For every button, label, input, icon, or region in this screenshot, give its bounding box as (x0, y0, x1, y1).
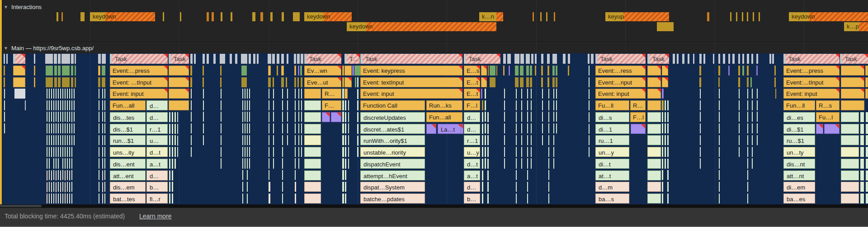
flame-bar[interactable] (241, 66, 247, 76)
flame-bar[interactable] (25, 100, 26, 110)
flame-bar[interactable] (552, 54, 557, 64)
flame-bar-attent[interactable]: att…ent (110, 170, 146, 180)
flame-bar[interactable] (98, 77, 100, 87)
flame-bar-Task[interactable]: Task (840, 54, 868, 64)
playhead-marker[interactable] (0, 0, 2, 204)
interaction-tick[interactable] (207, 12, 209, 21)
flame-bar[interactable] (775, 89, 776, 99)
flame-bar[interactable] (46, 66, 53, 76)
flame-bar[interactable] (647, 182, 661, 192)
flame-bar[interactable] (841, 182, 859, 192)
flame-thin-stack[interactable] (342, 89, 344, 203)
interaction-tick[interactable] (730, 12, 731, 21)
flame-bar[interactable] (75, 77, 76, 87)
flame-bar[interactable] (841, 100, 864, 110)
flame-thin-stack[interactable] (247, 89, 248, 203)
flame-bar[interactable] (865, 77, 868, 87)
flame-thin-stack[interactable] (298, 89, 299, 169)
interaction-bar-kp[interactable]: k…p (844, 22, 868, 31)
flame-bar[interactable] (287, 54, 288, 64)
flame-bar-dispatchEvent[interactable]: dispatchEvent (360, 159, 425, 169)
flame-bar[interactable] (541, 54, 543, 64)
flame-bar[interactable] (552, 66, 555, 76)
flame-bar-dt[interactable]: d…t (464, 159, 480, 169)
flame-bar[interactable] (268, 66, 271, 76)
flame-bar[interactable] (520, 54, 524, 64)
flame-bar-Task[interactable]: Task (647, 54, 669, 64)
flame-bar-R[interactable]: R… (322, 89, 341, 99)
flame-bar[interactable] (4, 77, 5, 87)
flame-thin-stack[interactable] (56, 170, 57, 204)
flame-bar-Task[interactable]: Task (110, 54, 168, 64)
flame-bar-Funll[interactable]: Fun…ll (783, 100, 815, 110)
flame-bar[interactable] (304, 147, 321, 157)
flame-bar[interactable] (699, 66, 701, 76)
flame-bar[interactable] (286, 77, 287, 87)
flame-bar[interactable] (526, 54, 530, 64)
flame-thin-stack[interactable] (521, 89, 522, 169)
flame-bar[interactable] (203, 54, 205, 64)
flame-bar-dispatSystem[interactable]: dispat…System (360, 182, 425, 192)
flame-bar-fir[interactable]: fi…r (146, 194, 168, 203)
flame-bar-Et[interactable]: E…t (464, 77, 480, 87)
flame-bar[interactable] (673, 54, 675, 64)
flame-thin-stack[interactable] (203, 89, 204, 145)
main-track-header[interactable]: ▼Main — https://9sr5wp.csb.app/ (4, 45, 94, 52)
flame-bar[interactable] (304, 135, 321, 145)
flame-thin-stack[interactable] (191, 89, 192, 157)
flame-bar[interactable] (102, 77, 105, 87)
flame-bar[interactable] (841, 77, 864, 87)
flame-bar[interactable] (213, 54, 216, 64)
flame-bar[interactable] (294, 54, 296, 64)
interaction-bar-keydown[interactable]: keydown (304, 12, 352, 21)
flame-bar-att[interactable]: at…t (595, 170, 629, 180)
flame-bar-dt[interactable]: d…t (146, 147, 168, 157)
flame-bar[interactable] (277, 66, 278, 76)
flame-bar-batchepdates[interactable]: batche…pdates (360, 194, 425, 203)
flame-bar[interactable] (865, 66, 868, 76)
interaction-tick[interactable] (533, 12, 534, 21)
flame-bar[interactable] (203, 77, 204, 87)
flame-thin-stack[interactable] (752, 89, 753, 169)
flame-bar[interactable] (322, 112, 330, 122)
interaction-bar-keydown[interactable]: keydown (789, 12, 868, 21)
flame-bar-dm[interactable]: d…m (595, 182, 629, 192)
flame-bar[interactable] (281, 66, 284, 76)
flame-bar[interactable] (699, 77, 701, 87)
interaction-tick[interactable] (57, 12, 58, 21)
interaction-tick[interactable] (742, 12, 743, 21)
flame-bar[interactable] (713, 54, 714, 64)
flame-thin-stack[interactable] (269, 182, 270, 203)
flame-thin-stack[interactable] (67, 89, 68, 203)
horizontal-scrollbar[interactable] (0, 204, 868, 208)
flame-bar[interactable] (481, 66, 487, 76)
flame-bar[interactable] (824, 124, 840, 134)
flame-bar[interactable] (54, 77, 57, 87)
flame-bar[interactable] (526, 66, 529, 76)
flame-bar[interactable] (490, 77, 495, 87)
interaction-tick[interactable] (554, 12, 555, 21)
flame-bar[interactable] (34, 54, 35, 64)
flame-bar-attnt[interactable]: att…nt (783, 170, 815, 180)
flame-thin-stack[interactable] (665, 100, 666, 169)
flame-bar[interactable] (841, 66, 864, 76)
flame-thin-stack[interactable] (860, 112, 864, 203)
flame-thin-stack[interactable] (516, 89, 517, 203)
flame-bar[interactable] (747, 77, 749, 87)
flame-bar[interactable] (342, 77, 344, 87)
flame-bar[interactable] (677, 54, 679, 64)
flame-bar[interactable] (688, 54, 689, 64)
flame-bar[interactable] (13, 66, 25, 76)
flame-bar[interactable] (34, 77, 35, 87)
flame-bar[interactable] (58, 66, 61, 76)
flame-bar[interactable] (169, 100, 189, 110)
flame-bar[interactable] (203, 66, 204, 76)
flame-bar[interactable] (591, 54, 594, 64)
flame-bar-u[interactable]: u… (146, 135, 168, 145)
flame-bar[interactable] (693, 54, 694, 64)
interaction-tick[interactable] (747, 12, 748, 21)
flame-bar[interactable] (46, 77, 53, 87)
flame-bar[interactable] (541, 77, 543, 87)
flame-bar-Lat[interactable]: La…t (438, 124, 462, 134)
flame-bar-at[interactable]: a…t (146, 159, 168, 169)
